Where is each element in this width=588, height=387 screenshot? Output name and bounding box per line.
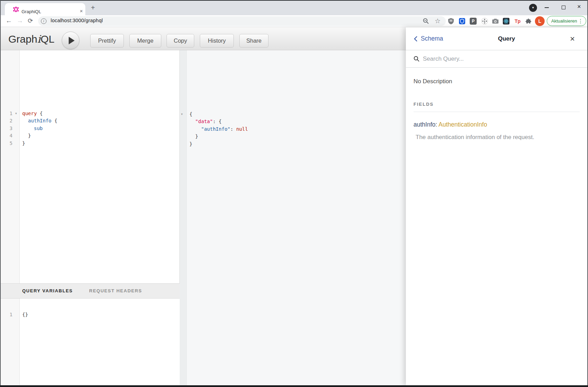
- window-maximize-button[interactable]: [562, 6, 565, 9]
- merge-button[interactable]: Merge: [129, 34, 161, 48]
- update-label: Aktualisieren: [551, 18, 577, 24]
- url-text[interactable]: localhost:3000/graphql: [51, 18, 103, 23]
- doc-search-bar: [406, 50, 587, 68]
- execute-query-button[interactable]: [62, 32, 79, 49]
- variables-line: {}: [22, 311, 28, 319]
- code-line: }: [22, 140, 25, 147]
- doc-search-input[interactable]: [423, 55, 555, 62]
- code-line: authInfo {: [22, 117, 57, 125]
- fold-arrow-icon[interactable]: ▾: [15, 110, 17, 118]
- result-line: "data": {: [189, 118, 222, 126]
- browser-tab-graphiql[interactable]: GraphiQL ×: [5, 3, 85, 15]
- doc-title: Query: [443, 35, 570, 42]
- doc-close-icon[interactable]: ×: [570, 35, 575, 42]
- doc-back-link[interactable]: Schema: [414, 35, 443, 42]
- p-extension-icon[interactable]: P: [470, 18, 477, 25]
- forward-button[interactable]: →: [17, 17, 23, 25]
- variables-editor[interactable]: 1 {}: [0, 299, 180, 385]
- prettify-button[interactable]: Prettify: [90, 34, 124, 48]
- search-icon: [414, 56, 419, 62]
- play-icon: [69, 37, 75, 44]
- address-bar[interactable]: i localhost:3000/graphql: [38, 16, 446, 26]
- new-tab-button[interactable]: +: [91, 4, 95, 12]
- window-edge: [0, 0, 1, 385]
- copy-button[interactable]: Copy: [167, 34, 194, 48]
- tab-title: GraphiQL: [22, 9, 41, 14]
- line-number: 4: [0, 132, 12, 140]
- window-minimize-button[interactable]: [545, 7, 549, 8]
- window-edge: [0, 385, 588, 387]
- back-button[interactable]: ←: [6, 17, 12, 25]
- tab-search-button[interactable]: ▾: [529, 4, 537, 12]
- line-number: 1: [0, 311, 12, 319]
- query-editor-gutter: [0, 50, 20, 283]
- code-line: }: [22, 132, 31, 140]
- window-close-button[interactable]: ×: [577, 3, 581, 10]
- chrome-update-button[interactable]: Aktualisieren ⋮: [547, 16, 586, 26]
- type-name-link[interactable]: AuthenticationInfo: [438, 121, 487, 128]
- bookmark-star-icon[interactable]: ☆: [435, 17, 441, 25]
- field-row: authInfo: AuthenticationInfo: [414, 121, 580, 128]
- field-name-link[interactable]: authInfo: [414, 121, 435, 128]
- tab-strip: [0, 0, 588, 15]
- move-arrows-extension-icon[interactable]: [481, 18, 488, 25]
- line-number: 3: [0, 125, 12, 132]
- doc-explorer-panel: Schema Query × No Description FIELDS aut…: [406, 27, 587, 385]
- result-line: }: [189, 140, 192, 148]
- camera-extension-icon[interactable]: [492, 18, 499, 25]
- reload-button[interactable]: ⟳: [28, 17, 33, 25]
- code-line: sub: [22, 125, 43, 132]
- line-number: 5: [0, 140, 12, 147]
- fields-divider: [414, 112, 580, 112]
- type-description: No Description: [414, 78, 580, 85]
- line-number: 1: [0, 110, 12, 118]
- doc-back-label: Schema: [421, 35, 443, 42]
- site-info-icon[interactable]: i: [41, 18, 46, 24]
- chevron-down-icon: ▾: [532, 6, 534, 9]
- graphql-favicon-icon: [13, 7, 19, 12]
- zoom-page-icon[interactable]: [423, 18, 429, 25]
- tab-query-variables[interactable]: QUERY VARIABLES: [22, 288, 73, 293]
- code-line: query {: [22, 110, 43, 118]
- line-number: 2: [0, 117, 12, 125]
- tab-request-headers[interactable]: REQUEST HEADERS: [89, 288, 142, 293]
- ublock-extension-icon[interactable]: [448, 18, 454, 25]
- doc-body: No Description FIELDS authInfo: Authenti…: [406, 68, 587, 141]
- chevron-left-icon: [414, 36, 418, 42]
- react-devtools-extension-icon[interactable]: [503, 18, 510, 25]
- field-description: The authentication information of the re…: [416, 134, 580, 141]
- result-viewer: ▾ { "data": { "authInfo": null } }: [180, 50, 406, 385]
- browser-window: GraphiQL × + ▾ × ← → ⟳ i localhost:3000/…: [0, 0, 588, 387]
- share-button[interactable]: Share: [239, 34, 269, 48]
- menu-dots-icon: ⋮: [578, 18, 583, 24]
- profile-avatar[interactable]: L: [535, 16, 545, 26]
- graphiql-logo: GraphiQL: [8, 33, 54, 45]
- extensions-puzzle-icon[interactable]: [525, 18, 532, 25]
- result-line: "authInfo": null: [189, 126, 248, 133]
- fields-section-label: FIELDS: [414, 102, 580, 107]
- result-line: {: [189, 111, 192, 118]
- tab-close-icon[interactable]: ×: [80, 8, 83, 14]
- result-line: }: [189, 133, 198, 140]
- doc-explorer-header: Schema Query ×: [406, 27, 587, 50]
- history-button[interactable]: History: [200, 34, 234, 48]
- result-fold-gutter: ▾: [180, 50, 187, 385]
- fold-arrow-icon[interactable]: ▾: [181, 111, 183, 118]
- bitwarden-extension-icon[interactable]: [459, 18, 466, 25]
- tp-extension-icon[interactable]: Tp: [514, 18, 521, 25]
